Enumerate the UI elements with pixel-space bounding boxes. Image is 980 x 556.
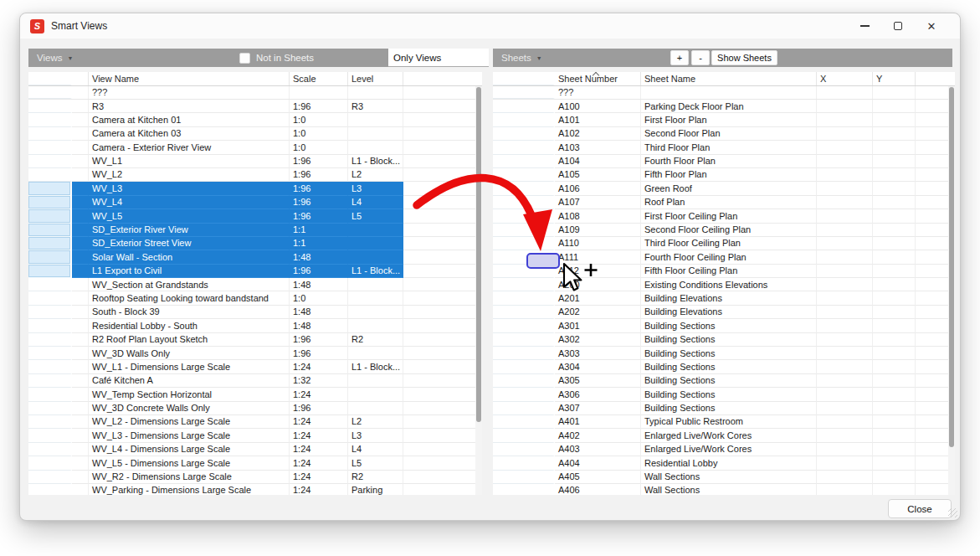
- sheet-row[interactable]: A304Building Sections: [493, 360, 955, 373]
- views-filter-row[interactable]: ???: [28, 86, 482, 100]
- scale-cell[interactable]: 1:24: [290, 484, 348, 495]
- view-row[interactable]: WV_L21:96L2: [28, 168, 482, 182]
- view-row[interactable]: WV_Temp Section Horizontal1:24: [28, 388, 482, 401]
- sheet-number-cell[interactable]: A303: [555, 347, 641, 360]
- scale-cell[interactable]: 1:96: [290, 196, 348, 209]
- view-row[interactable]: WV_3D Concrete Walls Only1:96: [28, 402, 482, 415]
- view-row[interactable]: WV_Section at Grandstands1:48: [28, 278, 482, 291]
- column-header-sheet-name[interactable]: Sheet Name: [641, 72, 817, 85]
- view-name-cell[interactable]: Camera at Kitchen 03: [89, 127, 290, 141]
- level-cell[interactable]: L1 - Block...: [348, 155, 403, 168]
- scrollbar-thumb[interactable]: [476, 87, 481, 422]
- scale-cell[interactable]: 1:0: [290, 141, 348, 154]
- view-row[interactable]: WV_L5 - Dimensions Large Scale1:24L5: [28, 456, 482, 470]
- scale-cell[interactable]: 1:96: [290, 402, 348, 415]
- view-row[interactable]: R2 Roof Plan Layout Sketch1:96R2: [28, 333, 482, 347]
- level-cell[interactable]: L2: [348, 168, 403, 182]
- level-cell[interactable]: [348, 306, 403, 319]
- level-cell[interactable]: [348, 113, 403, 126]
- view-row[interactable]: Camera at Kitchen 031:0: [28, 127, 482, 141]
- view-row[interactable]: WV_L1 - Dimensions Large Scale1:24L1 - B…: [28, 360, 482, 373]
- sheet-row[interactable]: A110Third Floor Ceiling Plan: [493, 237, 955, 250]
- view-row[interactable]: South - Block 391:48: [28, 306, 482, 319]
- views-filter-cell[interactable]: ???: [89, 86, 290, 99]
- column-header-sheet-number[interactable]: Sheet Number: [555, 72, 641, 85]
- view-name-cell[interactable]: Residential Lobby - South: [89, 319, 290, 332]
- sheet-row[interactable]: A302Building Sections: [493, 333, 955, 347]
- scale-cell[interactable]: 1:96: [290, 100, 348, 113]
- column-header-view-name[interactable]: View Name: [89, 72, 290, 85]
- sheet-number-cell[interactable]: A404: [555, 456, 641, 470]
- level-cell[interactable]: L4: [348, 443, 403, 456]
- scale-cell[interactable]: 1:48: [290, 250, 348, 264]
- remove-sheet-button[interactable]: -: [691, 50, 710, 65]
- scale-cell[interactable]: 1:48: [290, 306, 348, 319]
- sheet-name-cell[interactable]: Building Sections: [641, 374, 817, 388]
- sheet-row[interactable]: A406Wall Sections: [493, 484, 955, 495]
- scale-cell[interactable]: 1:24: [290, 471, 348, 484]
- sheet-row[interactable]: A108First Floor Ceiling Plan: [493, 209, 955, 223]
- sheet-number-cell[interactable]: A110: [555, 237, 641, 250]
- level-cell[interactable]: [348, 374, 403, 388]
- view-row[interactable]: R31:96R3: [28, 100, 482, 113]
- sheet-number-cell[interactable]: A109: [555, 224, 641, 237]
- level-cell[interactable]: [348, 278, 403, 291]
- scale-cell[interactable]: 1:96: [290, 333, 348, 347]
- sheet-row[interactable]: A401Typical Public Restroom: [493, 415, 955, 429]
- sheet-name-cell[interactable]: Residential Lobby: [641, 456, 817, 470]
- level-cell[interactable]: [348, 250, 403, 264]
- level-cell[interactable]: [348, 388, 403, 401]
- view-row[interactable]: WV_L4 - Dimensions Large Scale1:24L4: [28, 443, 482, 456]
- sheet-name-cell[interactable]: Existing Conditions Elevations: [641, 278, 817, 291]
- sheet-row[interactable]: A106Green Roof: [493, 182, 955, 195]
- sheet-row[interactable]: A405Wall Sections: [493, 471, 955, 484]
- sheet-name-cell[interactable]: Third Floor Ceiling Plan: [641, 237, 817, 250]
- sheet-row[interactable]: A111Fourth Floor Ceiling Plan: [493, 250, 955, 264]
- level-cell[interactable]: [348, 347, 403, 360]
- sheet-number-cell[interactable]: A305: [555, 374, 641, 388]
- view-row[interactable]: Residential Lobby - South1:48: [28, 319, 482, 332]
- view-name-cell[interactable]: WV_3D Concrete Walls Only: [89, 402, 290, 415]
- resize-grip[interactable]: [948, 508, 957, 517]
- sheet-row[interactable]: A104Fourth Floor Plan: [493, 155, 955, 168]
- scale-cell[interactable]: 1:24: [290, 360, 348, 373]
- scale-cell[interactable]: 1:96: [290, 347, 348, 360]
- scale-cell[interactable]: 1:48: [290, 319, 348, 332]
- sheet-name-cell[interactable]: Parking Deck Floor Plan: [641, 100, 817, 113]
- view-name-cell[interactable]: SD_Exterior Street View: [89, 237, 290, 250]
- sheet-row[interactable]: A200Existing Conditions Elevations: [493, 278, 955, 291]
- level-cell[interactable]: [348, 402, 403, 415]
- sheet-name-cell[interactable]: First Floor Plan: [641, 113, 817, 126]
- sheet-number-cell[interactable]: A104: [555, 155, 641, 168]
- view-name-cell[interactable]: Solar Wall - Section: [89, 250, 290, 264]
- level-cell[interactable]: L5: [348, 456, 403, 470]
- scale-cell[interactable]: 1:1: [290, 224, 348, 237]
- close-button[interactable]: Close: [888, 499, 952, 518]
- view-row[interactable]: SD_Exterior Street View1:1: [28, 237, 482, 250]
- sheet-row[interactable]: A301Building Sections: [493, 319, 955, 332]
- sheet-name-cell[interactable]: Roof Plan: [641, 196, 817, 209]
- view-row[interactable]: L1 Export to Civil1:96L1 - Block...: [28, 265, 482, 278]
- level-cell[interactable]: [348, 141, 403, 154]
- level-cell[interactable]: L4: [348, 196, 403, 209]
- sheet-number-cell[interactable]: A301: [555, 319, 641, 332]
- view-name-cell[interactable]: WV_L3 - Dimensions Large Scale: [89, 429, 290, 442]
- view-row[interactable]: WV_L41:96L4: [28, 196, 482, 209]
- sheet-number-cell[interactable]: A307: [555, 402, 641, 415]
- sheet-name-cell[interactable]: Fourth Floor Ceiling Plan: [641, 250, 817, 264]
- sheet-name-cell[interactable]: Typical Public Restroom: [641, 415, 817, 429]
- sheet-name-cell[interactable]: Wall Sections: [641, 484, 817, 495]
- sheet-name-cell[interactable]: Building Sections: [641, 388, 817, 401]
- scale-cell[interactable]: 1:96: [290, 182, 348, 195]
- view-name-cell[interactable]: SD_Exterior River View: [89, 224, 290, 237]
- sheet-number-cell[interactable]: A304: [555, 360, 641, 373]
- scrollbar-thumb[interactable]: [949, 87, 954, 447]
- sheet-name-cell[interactable]: Second Floor Plan: [641, 127, 817, 141]
- sheet-number-cell[interactable]: A107: [555, 196, 641, 209]
- view-name-cell[interactable]: Camera at Kitchen 01: [89, 113, 290, 126]
- sheet-name-cell[interactable]: Enlarged Live/Work Cores: [641, 443, 817, 456]
- level-cell[interactable]: [348, 237, 403, 250]
- view-name-cell[interactable]: Camera - Exterior River View: [89, 141, 290, 154]
- sheet-number-cell[interactable]: A200: [555, 278, 641, 291]
- scale-cell[interactable]: 1:1: [290, 237, 348, 250]
